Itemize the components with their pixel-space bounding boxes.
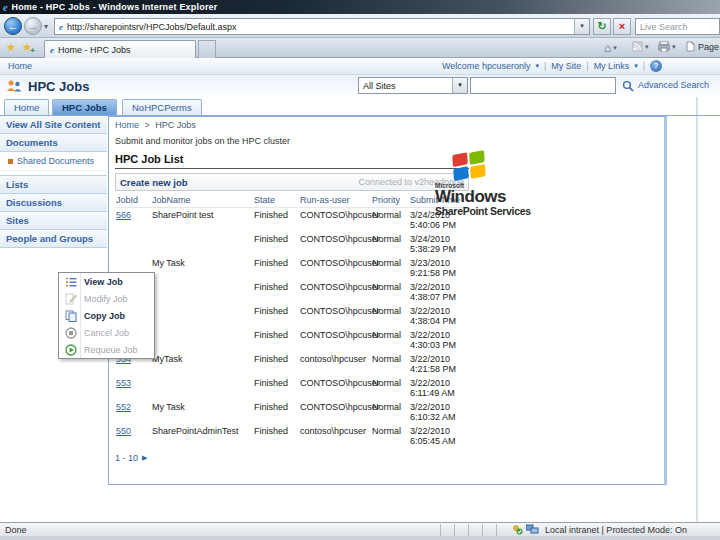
page-menu-button[interactable]: Page xyxy=(686,41,719,52)
job-user-cell: CONTOSO\hpcuser xyxy=(299,328,371,352)
job-id-link[interactable]: 553 xyxy=(115,376,151,400)
address-bar[interactable]: e ▾ xyxy=(54,18,590,35)
windows-flag-icon xyxy=(452,151,488,181)
history-dropdown[interactable]: ▾ xyxy=(44,22,48,31)
menu-item-copy-job[interactable]: Copy Job xyxy=(59,307,154,324)
job-priority-cell: Normal xyxy=(371,304,409,328)
feeds-menu-button[interactable]: ▾ xyxy=(632,41,651,52)
job-name-cell: My Task xyxy=(151,256,253,280)
add-favorite-icon[interactable]: ★ xyxy=(22,41,32,54)
column-header-jobid[interactable]: JobId xyxy=(115,193,151,208)
refresh-button[interactable]: ↻ xyxy=(593,18,611,35)
job-name-cell: SharePoint test xyxy=(151,208,253,233)
table-row: 550SharePointAdminTestFinishedcontoso\hp… xyxy=(115,424,469,448)
column-header-runasuser[interactable]: Run-as-user xyxy=(299,193,371,208)
menu-item-label: Modify Job xyxy=(84,294,128,304)
job-context-menu: View Job Modify Job Copy Job Cancel Job … xyxy=(58,272,155,359)
search-magnifier-icon[interactable] xyxy=(622,80,634,92)
job-priority-cell: Normal xyxy=(371,208,409,233)
my-links-menu[interactable]: My Links xyxy=(594,61,630,71)
home-menu-button[interactable]: ⌂▾ xyxy=(604,41,619,55)
job-priority-cell: Normal xyxy=(371,424,409,448)
separator: | xyxy=(643,61,645,71)
job-submit-time-cell: 3/22/20104:30:03 PM xyxy=(409,328,469,352)
list-toolbar: Create new job Connected to v2headnode xyxy=(115,173,469,191)
sidebar-item-discussions[interactable]: Discussions xyxy=(0,194,107,212)
sidebar-item-people-and-groups[interactable]: People and Groups xyxy=(0,230,107,248)
portal-links-bar: Home Welcome hpcuseronly ▾ | My Site | M… xyxy=(0,58,720,75)
job-user-cell: contoso\hpcuser xyxy=(299,352,371,376)
job-name-cell xyxy=(151,280,253,304)
job-state-cell: Finished xyxy=(253,424,299,448)
my-site-link[interactable]: My Site xyxy=(551,61,581,71)
job-submit-time-cell: 3/24/20105:38:29 PM xyxy=(409,232,469,256)
job-id-link[interactable]: 550 xyxy=(115,424,151,448)
job-id-link xyxy=(115,232,151,256)
search-scope-select[interactable]: All Sites ▾ xyxy=(358,77,468,94)
job-submit-time-cell: 3/23/20109:21:58 PM xyxy=(409,256,469,280)
job-id-link[interactable]: 552 xyxy=(115,400,151,424)
job-state-cell: Finished xyxy=(253,280,299,304)
new-tab-stub[interactable] xyxy=(198,40,216,58)
sidebar-item-documents[interactable]: Documents xyxy=(0,134,107,152)
tab-home[interactable]: Home xyxy=(4,99,49,115)
breadcrumb-home-link[interactable]: Home xyxy=(115,120,139,130)
breadcrumb-separator: > xyxy=(145,120,150,130)
job-state-cell: Finished xyxy=(253,400,299,424)
menu-item-requeue-job[interactable]: Requeue Job xyxy=(59,341,154,358)
welcome-menu[interactable]: Welcome hpcuseronly xyxy=(442,61,530,71)
forward-button[interactable]: → xyxy=(24,17,42,35)
column-header-priority[interactable]: Priority xyxy=(371,193,409,208)
tab-nohpcperms[interactable]: NoHPCPerms xyxy=(122,99,202,115)
menu-item-modify-job[interactable]: Modify Job xyxy=(59,290,154,307)
column-header-jobname[interactable]: JobName xyxy=(151,193,253,208)
tab-hpc-jobs[interactable]: HPC Jobs xyxy=(52,99,117,115)
job-state-cell: Finished xyxy=(253,328,299,352)
table-row: 556FinishedCONTOSO\hpcuserNormal3/22/201… xyxy=(115,304,469,328)
job-id-link[interactable]: 566 xyxy=(115,208,151,233)
list-title: HPC Job List xyxy=(115,153,469,169)
url-input[interactable] xyxy=(67,20,574,33)
rss-feed-icon xyxy=(632,41,643,52)
job-submit-time-cell: 3/22/20104:38:07 PM xyxy=(409,280,469,304)
menu-item-cancel-job[interactable]: Cancel Job xyxy=(59,324,154,341)
help-icon[interactable]: ? xyxy=(650,60,662,72)
job-submit-time-cell: 3/22/20106:11:49 AM xyxy=(409,376,469,400)
table-row: My TaskFinishedCONTOSO\hpcuserNormal3/23… xyxy=(115,256,469,280)
site-title: HPC Jobs xyxy=(28,79,89,94)
live-search-box[interactable] xyxy=(635,18,720,35)
gears-check-icon xyxy=(512,524,523,535)
stop-button[interactable]: × xyxy=(613,18,631,35)
welcome-caret-icon: ▾ xyxy=(535,62,539,70)
job-user-cell: CONTOSO\hpcuser xyxy=(299,256,371,280)
address-dropdown-button[interactable]: ▾ xyxy=(574,19,589,34)
cancel-job-icon xyxy=(62,327,80,339)
portal-home-link[interactable]: Home xyxy=(0,61,32,71)
job-user-cell: CONTOSO\hpcuser xyxy=(299,232,371,256)
logo-windows-text: Windows xyxy=(435,189,555,205)
sidebar-view-all-link[interactable]: View All Site Content xyxy=(0,116,107,134)
site-search-input[interactable] xyxy=(470,77,616,94)
advanced-search-link[interactable]: Advanced Search xyxy=(638,80,709,90)
favorites-star-icon[interactable]: ★ xyxy=(6,41,16,54)
column-header-state[interactable]: State xyxy=(253,193,299,208)
print-menu-button[interactable]: ▾ xyxy=(658,41,678,52)
menu-item-view-job[interactable]: View Job xyxy=(59,273,154,290)
table-row: FinishedCONTOSO\hpcuserNormal3/22/20104:… xyxy=(115,280,469,304)
table-row: 554MyTaskFinishedcontoso\hpcuserNormal3/… xyxy=(115,352,469,376)
browser-tab[interactable]: e Home - HPC Jobs xyxy=(44,40,196,58)
job-state-cell: Finished xyxy=(253,208,299,233)
sidebar-item-shared-documents[interactable]: Shared Documents xyxy=(0,152,107,171)
back-arrow-icon: ← xyxy=(8,20,19,32)
job-priority-cell: Normal xyxy=(371,280,409,304)
create-new-job-link[interactable]: Create new job xyxy=(120,177,188,188)
sidebar-item-lists[interactable]: Lists xyxy=(0,176,107,194)
table-row: FinishedCONTOSO\hpcuserNormal3/24/20105:… xyxy=(115,232,469,256)
title-bar: e Home - HPC Jobs - Windows Internet Exp… xyxy=(0,0,720,14)
back-button[interactable]: ← xyxy=(4,17,22,35)
live-search-input[interactable] xyxy=(636,19,719,34)
pagination-range: 1 - 10 xyxy=(115,453,138,463)
sidebar-item-sites[interactable]: Sites xyxy=(0,212,107,230)
table-header-row: JobId JobName State Run-as-user Priority… xyxy=(115,193,469,208)
next-page-icon[interactable]: ▶ xyxy=(142,454,147,462)
